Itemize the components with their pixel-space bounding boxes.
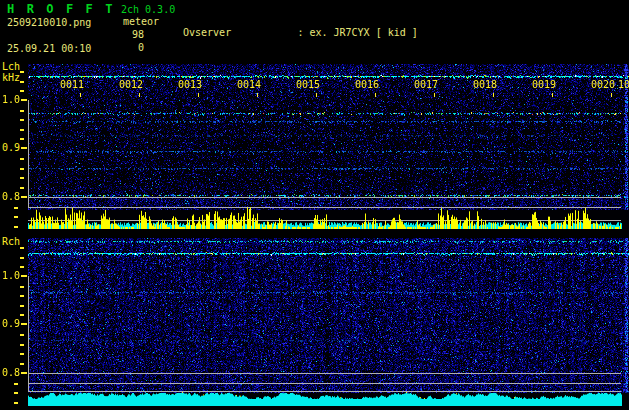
time-label: 0018 (473, 79, 497, 91)
freq-minor-tick (20, 314, 24, 316)
freq-major-tick (21, 196, 27, 198)
rch-spectrogram (28, 238, 629, 410)
time-tick (552, 93, 553, 97)
freq-minor-tick (20, 353, 24, 355)
datetime: 25.09.21 00:10 (7, 43, 91, 55)
time-label: 0011 (60, 79, 84, 91)
freq-minor-tick (20, 187, 24, 189)
freq-minor-tick (20, 247, 24, 249)
freq-major-tick (21, 275, 27, 277)
meteor-count-rch: 0 (119, 42, 144, 54)
freq-minor-tick (20, 119, 24, 121)
time-tick (139, 93, 140, 97)
freq-major-tick (21, 99, 27, 101)
time-tick (611, 93, 612, 97)
freq-minor-tick (20, 158, 24, 160)
freq-minor-tick (20, 71, 24, 73)
time-label: 0014 (237, 79, 261, 91)
freq-minor-tick (20, 344, 24, 346)
freq-label: 1.0 (0, 94, 20, 106)
freq-minor-tick (20, 305, 24, 307)
time-label-clipped: 10 (618, 79, 629, 91)
time-tick (257, 93, 258, 97)
freq-minor-tick (20, 138, 24, 140)
app-title: H R O F F T (7, 3, 115, 15)
freq-major-tick (21, 147, 27, 149)
freq-minor-tick (20, 295, 24, 297)
strip-scale-tick (14, 392, 18, 394)
freq-major-tick (21, 372, 27, 374)
freq-minor-tick (20, 334, 24, 336)
mode-label: meteor (123, 16, 159, 28)
hrofft-window: H R O F F T 2ch 0.3.0 2509210010.png met… (0, 0, 629, 410)
freq-minor-tick (20, 363, 24, 365)
freq-label: 0.8 (0, 191, 20, 203)
strip-scale-tick (14, 402, 18, 404)
time-tick (375, 93, 376, 97)
freq-minor-tick (20, 177, 24, 179)
time-label: 0015 (296, 79, 320, 91)
strip-scale-tick (14, 226, 18, 228)
observer-line: Ovserver : ex. JR7CYX [ kid ] (183, 27, 629, 40)
freq-minor-tick (20, 168, 24, 170)
time-tick (316, 93, 317, 97)
time-label: 0016 (355, 79, 379, 91)
time-label: 0013 (178, 79, 202, 91)
time-tick (493, 93, 494, 97)
meteor-count-lch: 98 (119, 29, 144, 41)
freq-label: 0.9 (0, 318, 20, 330)
freq-label: 0.9 (0, 142, 20, 154)
freq-minor-tick (20, 110, 24, 112)
freq-major-tick (21, 323, 27, 325)
freq-minor-tick (20, 129, 24, 131)
time-label: 0019 (532, 79, 556, 91)
time-label: 0020 (591, 79, 615, 91)
time-label: 0017 (414, 79, 438, 91)
freq-minor-tick (20, 257, 24, 259)
freq-minor-tick (20, 81, 24, 83)
time-label: 0012 (119, 79, 143, 91)
freq-minor-tick (20, 266, 24, 268)
freq-label: 0.8 (0, 367, 20, 379)
strip-scale-tick (14, 383, 18, 385)
strip-scale-tick (14, 216, 18, 218)
freq-label: 1.0 (0, 270, 20, 282)
filename: 2509210010.png (7, 17, 91, 29)
strip-scale-tick (14, 207, 18, 209)
rch-panel-label: Rch (2, 236, 20, 248)
freq-minor-tick (20, 286, 24, 288)
app-version: 2ch 0.3.0 (121, 4, 175, 16)
freq-minor-tick (20, 90, 24, 92)
time-tick (198, 93, 199, 97)
freq-unit-label: kHz (2, 72, 20, 84)
time-tick (80, 93, 81, 97)
time-tick (434, 93, 435, 97)
